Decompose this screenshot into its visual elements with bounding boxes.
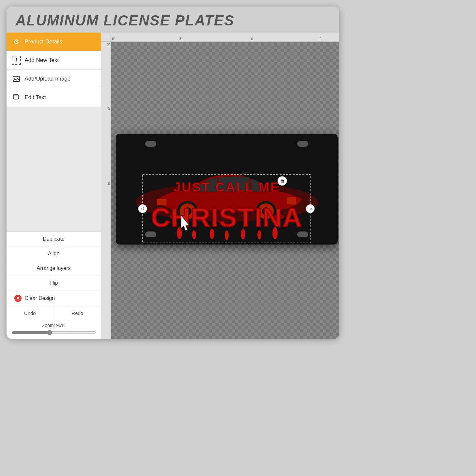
ruler-corner [101, 33, 111, 42]
plate-svg: JUST CALL ME CHRISTINA [116, 134, 338, 245]
sidebar-spacer [7, 107, 101, 231]
sidebar-item-add-image[interactable]: Add/Upload Image [7, 70, 101, 88]
add-image-label: Add/Upload Image [25, 76, 71, 82]
text-icon: T [12, 56, 21, 65]
align-button[interactable]: Align [7, 246, 101, 261]
sidebar-item-edit-text[interactable]: Edit Text [7, 88, 101, 107]
gear-icon: ⚙ [12, 37, 21, 46]
image-icon [12, 74, 21, 83]
svg-point-23 [257, 230, 261, 239]
redo-button[interactable]: Redo [54, 306, 101, 320]
product-details-label: Product Details [25, 38, 62, 45]
page-title: ALUMINUM LICENSE PLATES [7, 7, 339, 33]
zoom-label: Zoom: 95% [12, 323, 96, 328]
svg-text:CHRISTINA: CHRISTINA [151, 202, 302, 232]
sidebar-item-product-details[interactable]: ⚙ Product Details [7, 33, 101, 51]
sidebar-bottom: Duplicate Align Arrange layers Flip ✕ Cl… [7, 231, 101, 339]
ruler-top: 0" 3 6 9 [111, 33, 339, 42]
clear-icon: ✕ [14, 295, 22, 302]
ruler-mark-6: 6 [251, 37, 253, 41]
ruler-mark-0: 0" [112, 37, 115, 41]
ruler-mark-3: 3 [179, 37, 181, 41]
svg-rect-0 [13, 76, 20, 82]
ruler-left: 0" 3 6 [101, 42, 111, 339]
svg-text:JUST CALL ME: JUST CALL ME [173, 180, 280, 194]
sidebar-item-add-text[interactable]: T Add New Text [7, 51, 101, 70]
svg-point-24 [272, 227, 278, 239]
clear-design-button[interactable]: ✕ Clear Design [7, 290, 101, 306]
svg-point-18 [177, 227, 182, 239]
svg-point-20 [210, 229, 214, 239]
plate-content: JUST CALL ME CHRISTINA [116, 134, 338, 245]
svg-text:↺: ↺ [141, 206, 144, 211]
bolt-tl [145, 141, 156, 147]
undo-redo-row: Undo Redo [7, 306, 101, 320]
canvas-area: 0" 3 6 9 0" 3 6 [101, 33, 339, 339]
bolt-bl [145, 231, 156, 237]
svg-point-22 [241, 229, 245, 239]
main-container: ALUMINUM LICENSE PLATES ⚙ Product Detail… [7, 7, 339, 339]
edit-text-label: Edit Text [25, 94, 46, 101]
svg-point-21 [225, 231, 229, 240]
duplicate-button[interactable]: Duplicate [7, 232, 101, 246]
svg-text:🗑: 🗑 [280, 178, 284, 184]
svg-point-19 [192, 230, 196, 239]
ruler-mark-v0: 0" [107, 43, 110, 47]
license-plate: JUST CALL ME CHRISTINA [116, 134, 338, 245]
zoom-slider-container [12, 330, 96, 335]
svg-rect-2 [13, 95, 18, 99]
edit-text-icon [12, 93, 21, 102]
arrange-layers-button[interactable]: Arrange layers [7, 261, 101, 276]
content-area: ⚙ Product Details T Add New Text [7, 33, 339, 339]
sidebar: ⚙ Product Details T Add New Text [7, 33, 101, 339]
zoom-row: Zoom: 95% [7, 320, 101, 339]
flip-button[interactable]: Flip [7, 276, 101, 290]
bolt-br [297, 231, 308, 237]
sidebar-top-nav: ⚙ Product Details T Add New Text [7, 33, 101, 107]
undo-button[interactable]: Undo [7, 306, 54, 320]
ruler-mark-v6: 6 [108, 182, 110, 186]
bolt-tr [297, 141, 308, 147]
svg-point-1 [14, 78, 15, 79]
ruler-mark-v3: 3 [108, 107, 110, 111]
add-text-label: Add New Text [25, 57, 59, 64]
zoom-slider[interactable] [12, 330, 96, 335]
plate-wrapper: JUST CALL ME CHRISTINA [117, 59, 336, 320]
ruler-mark-9: 9 [320, 37, 322, 41]
svg-text:↗: ↗ [309, 207, 312, 211]
clear-design-label: Clear Design [25, 295, 55, 301]
